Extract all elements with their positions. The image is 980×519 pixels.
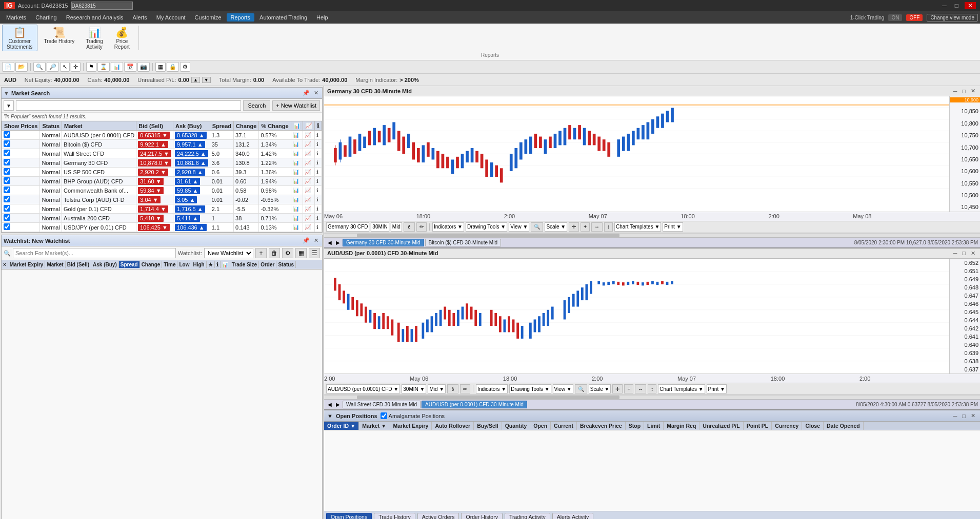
menu-markets[interactable]: Markets: [2, 13, 30, 22]
td-market[interactable]: US SP 500 CFD: [62, 168, 136, 177]
menu-help[interactable]: Help: [312, 13, 332, 22]
td-star-icon[interactable]: ★: [321, 131, 322, 140]
chart1-tab-left[interactable]: ◀: [326, 240, 333, 245]
td-bid[interactable]: 31.60 ▼: [136, 177, 173, 186]
td-bid[interactable]: 5,410 ▼: [136, 214, 173, 223]
menu-charting[interactable]: Charting: [31, 13, 61, 22]
tb-lock[interactable]: 🔒: [167, 62, 179, 72]
col-close[interactable]: Close: [802, 422, 824, 430]
td-info-icon[interactable]: ℹ: [314, 140, 321, 149]
td-ask[interactable]: 24,222.5 ▲: [173, 149, 210, 158]
td-ask[interactable]: 1,716.5 ▲: [173, 204, 210, 214]
chart1-draw[interactable]: ✏: [416, 222, 427, 232]
td-bid[interactable]: 2,920.2 ▼: [136, 168, 173, 177]
col-current[interactable]: Current: [551, 422, 577, 430]
chart2-print-btn[interactable]: Print ▼: [707, 384, 727, 393]
td-market[interactable]: AUD/USD (per 0.0001) CFD: [62, 131, 136, 140]
chart1-scrollbar[interactable]: [324, 233, 980, 237]
td-star-icon[interactable]: ★: [321, 204, 322, 214]
menu-automated[interactable]: Automated Trading: [255, 13, 311, 22]
col-auto-rollover[interactable]: Auto Rollover: [432, 422, 474, 430]
ms-filter-btn[interactable]: ▼: [4, 100, 14, 111]
chart1-tab-right[interactable]: ▶: [334, 240, 342, 245]
td-chart-icon[interactable]: 📊: [291, 131, 303, 140]
tab-order-history[interactable]: Order History: [461, 513, 502, 520]
td-ask[interactable]: 3.05 ▲: [173, 195, 210, 204]
ribbon-trading-activity[interactable]: 📊 TradingActivity: [81, 25, 108, 51]
chart1-maximize[interactable]: □: [961, 87, 967, 95]
chart2-drawing-tools-btn[interactable]: Drawing Tools ▼: [509, 384, 551, 393]
td-news-icon[interactable]: 📈: [303, 214, 314, 223]
chart2-price-type[interactable]: Mid ▼: [428, 384, 446, 393]
chart1-minimize[interactable]: ─: [952, 87, 959, 95]
tb-grid[interactable]: ▦: [155, 62, 166, 72]
chart1-view-btn[interactable]: View ▼: [509, 222, 529, 232]
td-chart-icon[interactable]: 📊: [291, 204, 303, 214]
menu-customize[interactable]: Customize: [191, 13, 226, 22]
th-ask[interactable]: Ask (Buy): [173, 121, 210, 131]
td-bid[interactable]: 10,878.0 ▼: [136, 158, 173, 168]
tb-calendar[interactable]: 📅: [124, 62, 136, 72]
close-button[interactable]: ✕: [965, 2, 976, 9]
th-bid[interactable]: Bid (Sell): [136, 121, 173, 131]
td-market[interactable]: Telstra Corp (AUD) CFD: [62, 195, 136, 204]
chart2-instrument-select[interactable]: AUD/USD (per 0.0001) CFD ▼: [326, 384, 400, 393]
td-info-icon[interactable]: ℹ: [314, 195, 321, 204]
positions-close[interactable]: ✕: [969, 412, 977, 420]
td-ask[interactable]: 10,881.6 ▲: [173, 158, 210, 168]
td-news-icon[interactable]: 📈: [303, 131, 314, 140]
tb-new[interactable]: 📄: [2, 62, 14, 72]
maximize-button[interactable]: □: [953, 2, 961, 9]
td-bid[interactable]: 1,714.4 ▼: [136, 204, 173, 214]
td-market[interactable]: Australia 200 CFD: [62, 214, 136, 223]
td-star-icon[interactable]: ★: [321, 158, 322, 168]
td-ask[interactable]: 9,957.1 ▲: [173, 140, 210, 149]
col-order-id[interactable]: Order ID ▼: [324, 422, 359, 430]
tb-bar[interactable]: 📊: [111, 62, 123, 72]
td-info-icon[interactable]: ℹ: [314, 131, 321, 140]
tb-clock[interactable]: ⌛: [97, 62, 110, 72]
td-info-icon[interactable]: ℹ: [314, 158, 321, 168]
menu-research[interactable]: Research and Analysis: [62, 13, 128, 22]
col-limit[interactable]: Limit: [644, 422, 664, 430]
ms-search-button[interactable]: Search: [243, 100, 270, 111]
col-stop[interactable]: Stop: [626, 422, 644, 430]
amalgamate-checkbox[interactable]: [381, 412, 387, 419]
tb-flag[interactable]: ⚑: [86, 62, 96, 72]
chart2-scrollbar[interactable]: [324, 395, 980, 399]
tb-settings[interactable]: ⚙: [180, 62, 190, 72]
wl-close-button[interactable]: ✕: [312, 237, 320, 244]
td-chart-icon[interactable]: 📊: [291, 214, 303, 223]
td-ask[interactable]: 2,920.8 ▲: [173, 168, 210, 177]
td-star-icon[interactable]: ★: [321, 177, 322, 186]
chart2-close[interactable]: ✕: [969, 250, 977, 257]
td-ask[interactable]: 31.61 ▲: [173, 177, 210, 186]
tb-camera[interactable]: 📷: [137, 62, 150, 72]
tb-zoom-in[interactable]: 🔍: [33, 62, 46, 72]
chart2-tab2[interactable]: AUD/USD (per 0.0001) CFD 30-Minute Mid: [422, 401, 527, 408]
tab-open-positions[interactable]: Open Positions: [326, 513, 372, 520]
positions-minimize[interactable]: ─: [952, 412, 959, 420]
menu-alerts[interactable]: Alerts: [129, 13, 151, 22]
td-bid[interactable]: 59.84 ▼: [136, 186, 173, 195]
td-market[interactable]: Germany 30 CFD: [62, 158, 136, 168]
col-market[interactable]: Market ▼: [359, 422, 390, 430]
th-change[interactable]: Change: [234, 121, 259, 131]
td-news-icon[interactable]: 📈: [303, 186, 314, 195]
tab-trading-activity[interactable]: Trading Activity: [505, 513, 550, 520]
chart2-minimize[interactable]: ─: [952, 250, 959, 257]
td-news-icon[interactable]: 📈: [303, 158, 314, 168]
th-spread[interactable]: Spread: [210, 121, 233, 131]
td-news-icon[interactable]: 📈: [303, 223, 314, 232]
td-bid[interactable]: 24,217.5 ▼: [136, 149, 173, 158]
chart1-indicators-btn[interactable]: Indicators ▼: [432, 222, 464, 232]
col-unrealized[interactable]: Unrealized P/L: [699, 422, 743, 430]
chart1-move-btn[interactable]: ↔: [591, 222, 603, 232]
col-currency[interactable]: Currency: [772, 422, 802, 430]
chart1-print-btn[interactable]: Print ▼: [663, 222, 683, 232]
td-info-icon[interactable]: ℹ: [314, 149, 321, 158]
tb-pointer[interactable]: ↖: [60, 62, 70, 72]
td-bid[interactable]: 9,922.1 ▲: [136, 140, 173, 149]
td-news-icon[interactable]: 📈: [303, 204, 314, 214]
wl-watchlist-select[interactable]: New Watchlist: [204, 248, 253, 258]
